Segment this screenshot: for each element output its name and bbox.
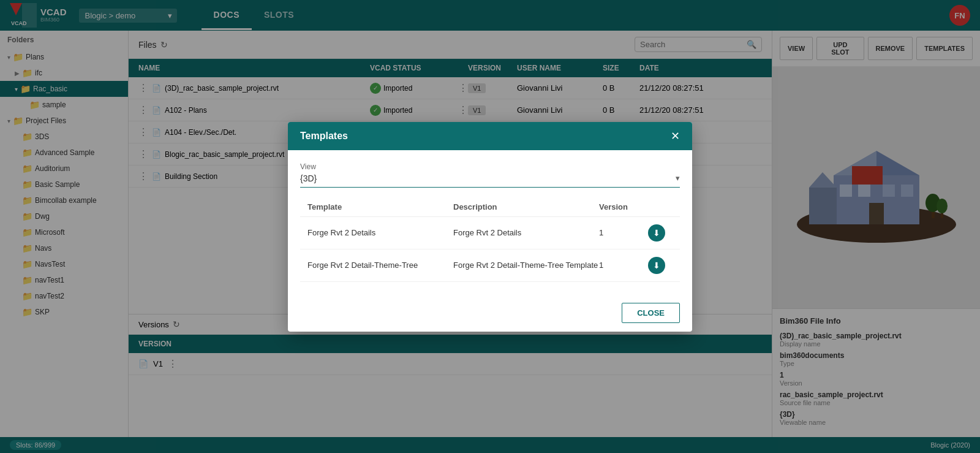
view-value: {3D} — [300, 173, 317, 183]
modal-header: Templates ✕ — [288, 122, 692, 150]
download-button[interactable]: ⬇ — [648, 257, 665, 274]
template-version: 1 — [599, 261, 648, 270]
template-description: Forge Rvt 2 Detail-Theme-Tree Template — [453, 261, 599, 270]
template-row: Forge Rvt 2 Detail-Theme-Tree Forge Rvt … — [300, 249, 680, 282]
template-row: Forge Rvt 2 Details Forge Rvt 2 Details … — [300, 217, 680, 249]
templates-table-header: Template Description Version — [300, 197, 680, 217]
template-description: Forge Rvt 2 Details — [453, 228, 599, 237]
chevron-down-icon: ▾ — [676, 173, 680, 183]
col-action — [648, 202, 673, 211]
col-template: Template — [307, 202, 453, 211]
modal-body: View {3D} ▾ Template Description Version… — [288, 150, 692, 294]
modal-overlay[interactable]: Templates ✕ View {3D} ▾ Template Descrip… — [0, 0, 980, 453]
close-button[interactable]: CLOSE — [622, 303, 680, 323]
view-select-wrapper[interactable]: {3D} ▾ — [300, 173, 680, 188]
templates-modal: Templates ✕ View {3D} ▾ Template Descrip… — [288, 122, 692, 332]
modal-close-button[interactable]: ✕ — [671, 131, 680, 142]
template-version: 1 — [599, 228, 648, 237]
modal-title: Templates — [300, 131, 348, 142]
col-version: Version — [599, 202, 648, 211]
template-name: Forge Rvt 2 Details — [307, 228, 453, 237]
template-name: Forge Rvt 2 Detail-Theme-Tree — [307, 261, 453, 270]
view-label: View — [300, 162, 680, 171]
download-button[interactable]: ⬇ — [648, 224, 665, 242]
modal-footer: CLOSE — [288, 294, 692, 332]
col-description: Description — [453, 202, 599, 211]
